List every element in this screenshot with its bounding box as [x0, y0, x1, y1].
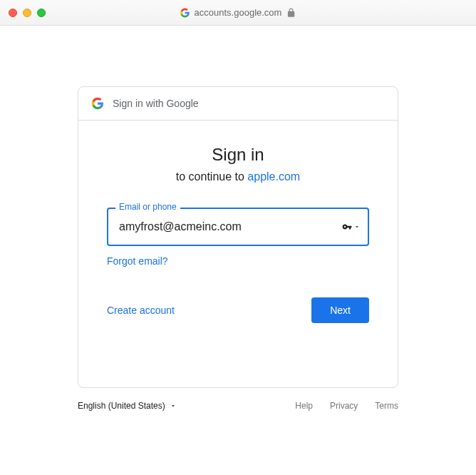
window-controls: [9, 9, 46, 17]
key-icon: [342, 222, 352, 232]
lock-icon: [286, 8, 296, 18]
actions-row: Create account Next: [107, 297, 369, 323]
card-header: Sign in with Google: [78, 87, 398, 121]
browser-titlebar: accounts.google.com: [0, 0, 476, 26]
terms-link[interactable]: Terms: [375, 401, 398, 411]
url-text: accounts.google.com: [195, 7, 282, 18]
privacy-link[interactable]: Privacy: [330, 401, 358, 411]
close-window-button[interactable]: [9, 9, 17, 17]
email-input[interactable]: [107, 208, 369, 246]
minimize-window-button[interactable]: [23, 9, 31, 17]
language-selector[interactable]: English (United States): [78, 401, 177, 411]
chevron-down-icon: [170, 402, 177, 409]
card-header-text: Sign in with Google: [113, 98, 199, 109]
passkey-dropdown-button[interactable]: [342, 222, 361, 232]
continue-text: to continue to apple.com: [107, 170, 369, 183]
google-favicon-icon: [180, 8, 190, 18]
forgot-email-link[interactable]: Forgot email?: [107, 255, 168, 267]
address-bar: accounts.google.com: [180, 7, 296, 18]
continue-target-link[interactable]: apple.com: [247, 170, 300, 183]
page-title: Sign in: [107, 145, 369, 165]
forgot-email-wrap: Forgot email?: [107, 255, 369, 267]
chevron-down-icon: [353, 223, 361, 230]
create-account-link[interactable]: Create account: [107, 305, 175, 316]
help-link[interactable]: Help: [295, 401, 313, 411]
next-button[interactable]: Next: [311, 297, 369, 323]
google-logo-icon: [91, 97, 104, 110]
footer: English (United States) Help Privacy Ter…: [78, 401, 398, 411]
page-content: Sign in with Google Sign in to continue …: [0, 26, 476, 475]
language-label: English (United States): [78, 401, 165, 411]
signin-card: Sign in with Google Sign in to continue …: [78, 86, 398, 388]
continue-prefix: to continue to: [176, 170, 248, 183]
email-field-wrap: Email or phone: [107, 208, 369, 246]
maximize-window-button[interactable]: [37, 9, 46, 17]
card-body: Sign in to continue to apple.com Email o…: [78, 121, 398, 387]
footer-links: Help Privacy Terms: [295, 401, 398, 411]
email-field-label: Email or phone: [115, 202, 180, 212]
